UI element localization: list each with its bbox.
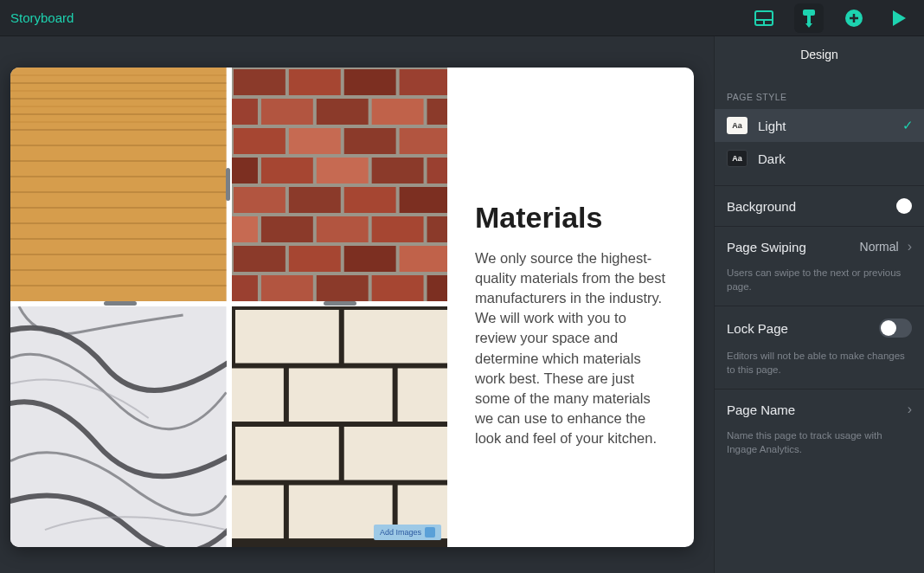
svg-rect-74 [234,427,338,480]
svg-rect-72 [288,368,392,422]
svg-rect-47 [371,158,423,183]
svg-rect-40 [233,128,285,154]
svg-rect-43 [399,128,447,154]
tab-design[interactable]: Design [715,36,924,73]
svg-rect-54 [260,216,312,242]
image-icon [425,527,435,538]
page-swiping-row[interactable]: Page Swiping Normal › [715,226,924,267]
style-light-label: Light [758,119,786,133]
style-dark-label: Dark [758,151,786,166]
svg-rect-73 [397,368,447,422]
svg-rect-70 [343,310,447,364]
lock-page-row[interactable]: Lock Page [715,306,924,350]
svg-rect-48 [427,158,447,183]
add-icon[interactable] [839,3,869,33]
swatch-dark: Aa [727,150,748,167]
resize-handle[interactable] [104,301,137,306]
svg-rect-67 [10,306,227,547]
layout-icon[interactable] [749,3,779,33]
check-icon: ✓ [902,118,914,133]
swatch-light: Aa [727,117,748,134]
canvas-area: Materials We only source the highest-qua… [0,36,714,573]
svg-rect-69 [234,310,338,364]
svg-rect-37 [316,99,368,125]
svg-marker-9 [893,10,906,26]
chevron-right-icon: › [908,239,912,254]
svg-rect-71 [232,368,284,422]
svg-rect-58 [233,246,285,272]
svg-marker-5 [805,23,812,28]
page-name-row[interactable]: Page Name › [715,390,924,429]
material-tile-brick[interactable] [232,68,448,301]
topbar: Storyboard [0,0,924,36]
svg-rect-3 [803,10,815,16]
svg-rect-57 [427,216,447,242]
svg-rect-49 [233,187,285,213]
svg-rect-59 [288,246,340,272]
background-row[interactable]: Background [715,185,924,226]
lock-page-hint: Editors will not be able to make changes… [715,350,924,390]
play-icon[interactable] [884,3,914,33]
svg-rect-55 [316,216,368,242]
svg-rect-46 [316,158,368,183]
page-title[interactable]: Storyboard [10,10,74,25]
svg-rect-52 [399,187,447,213]
svg-rect-56 [371,216,423,242]
svg-rect-11 [10,68,227,301]
style-option-light[interactable]: Aa Light ✓ [715,109,924,142]
svg-rect-63 [260,275,312,301]
svg-rect-4 [807,16,811,23]
svg-rect-32 [288,69,340,95]
background-label: Background [727,199,796,214]
lock-page-toggle[interactable] [879,319,912,338]
svg-rect-44 [232,158,258,183]
svg-rect-38 [371,99,423,125]
material-tile-subway[interactable] [232,306,448,547]
sidebar: Design PAGE STYLE Aa Light ✓ Aa Dark Bac… [714,36,924,573]
image-grid [10,68,447,547]
svg-rect-33 [343,69,395,95]
page-swiping-label: Page Swiping [727,240,806,254]
svg-rect-50 [288,187,340,213]
add-images-label: Add Images [380,528,421,537]
resize-handle[interactable] [226,168,230,201]
svg-rect-42 [343,128,395,154]
lock-page-label: Lock Page [727,321,788,336]
page-swiping-value: Normal [860,240,899,254]
page-swiping-hint: Users can swipe to the next or previous … [715,267,924,306]
page-heading[interactable]: Materials [475,201,670,235]
style-option-dark[interactable]: Aa Dark [715,142,924,175]
page-name-hint: Name this page to track usage with Ingag… [715,429,924,468]
page-body[interactable]: We only source the highest-quality mater… [475,248,670,448]
background-color-swatch[interactable] [896,198,912,214]
svg-rect-61 [399,246,447,272]
svg-rect-53 [232,216,258,242]
svg-rect-41 [288,128,340,154]
svg-rect-31 [233,69,285,95]
page-preview[interactable]: Materials We only source the highest-qua… [10,68,694,547]
svg-rect-64 [316,275,368,301]
svg-rect-45 [260,158,312,183]
page-style-label: PAGE STYLE [715,73,924,109]
svg-rect-39 [427,99,447,125]
text-column[interactable]: Materials We only source the highest-qua… [447,68,694,547]
add-images-button[interactable]: Add Images [374,525,441,540]
chevron-right-icon: › [908,402,912,417]
resize-handle[interactable] [324,301,356,306]
svg-rect-51 [343,187,395,213]
svg-rect-66 [427,275,447,301]
toolbar [749,3,914,33]
svg-rect-62 [232,275,258,301]
svg-rect-34 [399,69,447,95]
svg-rect-36 [260,99,312,125]
material-tile-marble[interactable] [10,306,227,547]
design-icon[interactable] [794,3,824,33]
svg-rect-75 [343,427,447,480]
svg-rect-65 [371,275,423,301]
svg-rect-60 [343,246,395,272]
page-name-label: Page Name [727,402,795,417]
svg-rect-76 [232,486,284,539]
svg-rect-35 [232,99,258,125]
material-tile-wood[interactable] [10,68,227,301]
